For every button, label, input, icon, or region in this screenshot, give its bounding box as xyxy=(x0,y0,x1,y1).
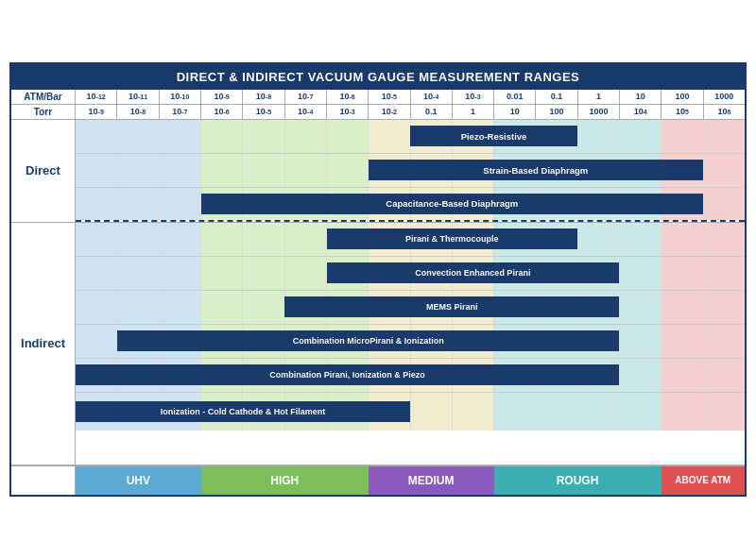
grid-bg-cell-2 xyxy=(160,154,201,187)
torr-cols: 10-910-810-710-610-510-410-310-20.111010… xyxy=(76,105,745,119)
grid-bg-cell-0 xyxy=(76,325,117,358)
gauge-bar-capacitance-based-diaphragm: Capacitance-Based Diaphragm xyxy=(201,194,703,214)
grid-bg-cell-1 xyxy=(117,223,159,256)
grid-bg-cell-15 xyxy=(704,325,745,358)
grid-bg-cell-13 xyxy=(620,325,662,358)
atm-col-5: 10-7 xyxy=(285,90,327,104)
indirect-gauge-row-1: Convection Enhanced Pirani xyxy=(76,257,745,291)
grid-bg-cell-15 xyxy=(704,257,745,290)
grid-bg-cell-13 xyxy=(620,359,662,392)
grid-bg-cell-1 xyxy=(117,257,159,290)
atm-cols: 10-1210-1110-1010-910-810-710-610-510-41… xyxy=(76,90,745,104)
grid-bg-cell-14 xyxy=(662,359,703,392)
atm-col-4: 10-8 xyxy=(243,90,284,104)
grid-bg-cell-2 xyxy=(160,257,201,290)
grid-bg-cell-2 xyxy=(160,291,201,324)
grid-bg-cell-6 xyxy=(327,120,369,153)
grid-bg-cell-15 xyxy=(704,359,745,392)
grid-bg-cell-0 xyxy=(76,120,117,153)
chart-body: DirectPiezo-ResistiveStrain-Based Diaphr… xyxy=(11,120,745,465)
grid-bg-cell-13 xyxy=(620,257,662,290)
legend-section-above-atm: ABOVE ATM xyxy=(662,466,746,495)
indirect-gauge-row-2: MEMS Pirani xyxy=(76,291,745,325)
torr-col-3: 10-6 xyxy=(201,105,243,119)
atm-col-9: 10-3 xyxy=(453,90,494,104)
grid-bg-cell-5 xyxy=(285,154,327,187)
indirect-gauge-bar-mems-pirani: MEMS Pirani xyxy=(284,296,619,317)
grid-bg-cell-12 xyxy=(578,223,620,256)
atm-col-1: 10-11 xyxy=(117,90,159,104)
atm-col-14: 100 xyxy=(662,90,703,104)
gauge-row-0: Piezo-Resistive xyxy=(76,120,745,154)
torr-col-15: 106 xyxy=(704,105,745,119)
torr-col-8: 0.1 xyxy=(411,105,453,119)
grid-bg-cell-14 xyxy=(662,257,703,290)
atm-col-10: 0.01 xyxy=(494,90,536,104)
grid-bg-cell-1 xyxy=(117,120,159,153)
grid-bg-cell-2 xyxy=(160,223,201,256)
legend-section-medium: MEDIUM xyxy=(369,466,494,495)
atm-col-15: 1000 xyxy=(704,90,745,104)
grid-bg-cell-2 xyxy=(160,120,201,153)
grid-bg-cell-10 xyxy=(494,393,536,431)
grid-bg-cell-14 xyxy=(662,291,703,324)
torr-col-5: 10-4 xyxy=(285,105,327,119)
grid-bg-cell-0 xyxy=(76,188,117,220)
grid-bg-cell-9 xyxy=(453,393,494,431)
grid-bg-cell-4 xyxy=(243,291,284,324)
legend-sections: UHVHIGHMEDIUMROUGHABOVE ATM xyxy=(76,466,745,495)
indirect-gauge-row-5: Ionization - Cold Cathode & Hot Filament xyxy=(76,393,745,431)
torr-col-13: 104 xyxy=(620,105,662,119)
grid-bg-cell-5 xyxy=(285,120,327,153)
grid-bg-cell-15 xyxy=(704,154,745,187)
gauge-row-2: Capacitance-Based Diaphragm xyxy=(76,188,745,222)
legend-row: UHVHIGHMEDIUMROUGHABOVE ATM xyxy=(11,465,745,495)
grid-bg-cell-1 xyxy=(117,291,159,324)
atm-col-8: 10-4 xyxy=(411,90,453,104)
torr-label: Torr xyxy=(11,105,76,119)
grid-bg-cell-6 xyxy=(327,154,369,187)
grid-bg-cell-0 xyxy=(76,154,117,187)
grid-bg-cell-5 xyxy=(285,257,327,290)
torr-col-10: 10 xyxy=(494,105,536,119)
atm-col-6: 10-6 xyxy=(327,90,369,104)
indirect-label: Indirect xyxy=(11,223,76,465)
header-rows: ATM/Bar 10-1210-1110-1010-910-810-710-61… xyxy=(11,90,745,120)
atm-col-0: 10-12 xyxy=(76,90,117,104)
atm-col-3: 10-9 xyxy=(201,90,243,104)
indirect-gauge-row-0: Pirani & Thermocouple xyxy=(76,223,745,257)
grid-bg-cell-14 xyxy=(662,120,703,153)
atm-col-11: 0.1 xyxy=(536,90,577,104)
gauge-bar-piezo-resistive: Piezo-Resistive xyxy=(410,126,577,146)
grid-bg-cell-1 xyxy=(117,188,159,220)
grid-bg-cell-8 xyxy=(411,393,453,431)
grid-bg-cell-12 xyxy=(578,120,620,153)
indirect-gauge-bar-ionization---cold-cathode-&-hot-filament: Ionization - Cold Cathode & Hot Filament xyxy=(76,401,410,422)
torr-row: Torr 10-910-810-710-610-510-410-310-20.1… xyxy=(11,105,745,120)
torr-col-14: 105 xyxy=(662,105,703,119)
atm-col-2: 10-10 xyxy=(160,90,201,104)
torr-col-2: 10-7 xyxy=(160,105,201,119)
grid-bg-cell-15 xyxy=(704,120,745,153)
grid-bg-cell-15 xyxy=(704,188,745,220)
grid-bg-cell-4 xyxy=(243,223,284,256)
grid-bg-cell-3 xyxy=(201,257,243,290)
grid-bg-cell-7 xyxy=(369,120,410,153)
legend-section-uhv: UHV xyxy=(76,466,201,495)
grid-bg-cell-0 xyxy=(76,291,117,324)
torr-col-6: 10-3 xyxy=(327,105,369,119)
indirect-gauge-bar-convection-enhanced-pirani: Convection Enhanced Pirani xyxy=(327,262,620,283)
grid-bg-cell-13 xyxy=(620,393,662,431)
legend-section-high: HIGH xyxy=(201,466,369,495)
grid-bg-cell-4 xyxy=(243,154,284,187)
gauge-bar-strain-based-diaphragm: Strain-Based Diaphragm xyxy=(369,160,703,180)
indirect-gauge-row-4: Combination Pirani, Ionization & Piezo xyxy=(76,359,745,393)
grid-bg-cell-3 xyxy=(201,223,243,256)
indirect-gauge-bar-combination-pirani,-ionization-&-piezo: Combination Pirani, Ionization & Piezo xyxy=(76,364,619,385)
legend-section-rough: ROUGH xyxy=(494,466,662,495)
grid-bg-cell-11 xyxy=(536,393,577,431)
indirect-section: IndirectPirani & ThermocoupleConvection … xyxy=(11,223,745,465)
direct-section: DirectPiezo-ResistiveStrain-Based Diaphr… xyxy=(11,120,745,223)
grid-bg-cell-15 xyxy=(704,223,745,256)
torr-col-9: 1 xyxy=(453,105,494,119)
